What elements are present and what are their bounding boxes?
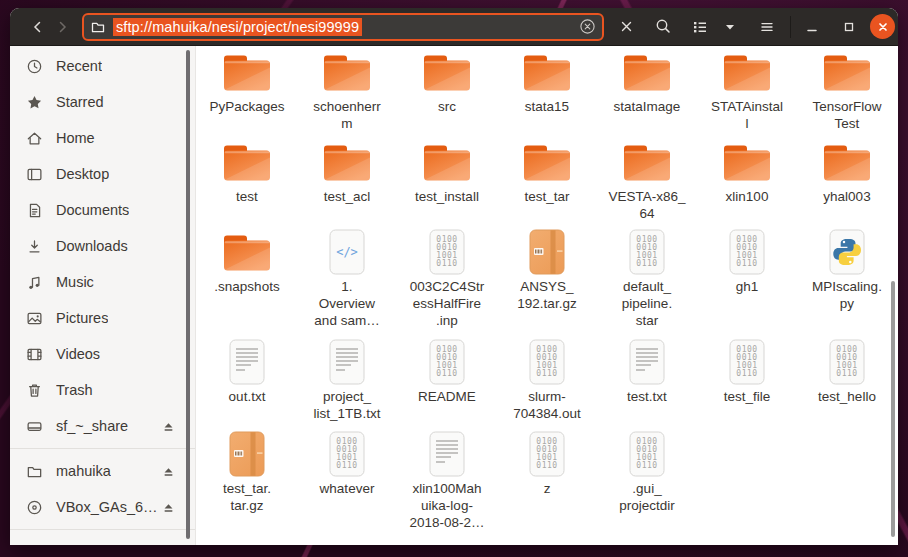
eject-button[interactable] [159,417,177,435]
file-item[interactable]: project_ list_1TB.txt [297,339,397,431]
file-item[interactable]: PyPackages [197,49,297,139]
file-name: VESTA-x86_ 64 [608,188,685,222]
sidebar-item-recent[interactable]: Recent [10,48,195,84]
file-item[interactable]: test.txt [597,339,697,431]
cancel-location-button[interactable] [611,13,641,41]
file-name: test_tar [524,188,569,205]
file-item[interactable]: stata15 [497,49,597,139]
home-icon [26,130,43,147]
file-item[interactable]: test_acl [297,139,397,229]
file-item[interactable]: </>1. Overview and sam… [297,229,397,339]
sidebar-scrollbar[interactable] [186,50,190,539]
folder-icon [619,139,675,185]
file-grid-row: test_tar. tar.gz 0100 0010 1001 0110what… [196,431,898,541]
file-item[interactable]: test_install [397,139,497,229]
menu-button[interactable] [752,13,782,41]
search-button[interactable] [648,13,678,41]
view-options-button[interactable] [715,13,745,41]
folder-icon [219,139,275,185]
file-item[interactable]: xlin100Mah uika-log- 2018-08-2… [397,431,497,541]
file-item[interactable]: 0100 0010 1001 0110z [497,431,597,541]
file-item[interactable]: 0100 0010 1001 0110.gui_ projectdir [597,431,697,541]
forward-button[interactable] [50,13,74,41]
music-icon [26,274,43,291]
sidebar-item-desktop[interactable]: Desktop [10,156,195,192]
file-name: default_ pipeline. star [622,278,672,329]
file-item[interactable]: .snapshots [197,229,297,339]
binary-file-icon: 0100 0010 1001 0110 [429,229,465,275]
sidebar-item-videos[interactable]: Videos [10,336,195,372]
clear-location-button[interactable] [579,18,596,35]
file-item[interactable]: 0100 0010 1001 0110test_file [697,339,797,431]
sidebar-item-home[interactable]: Home [10,120,195,156]
file-item[interactable]: 0100 0010 1001 0110003C2C4Str essHalfFir… [397,229,497,339]
file-item[interactable]: 0100 0010 1001 0110gh1 [697,229,797,339]
file-item[interactable]: TensorFlow Test [797,49,897,139]
file-item[interactable]: out.txt [197,339,297,431]
file-item[interactable]: stataImage [597,49,697,139]
sidebar-item-documents[interactable]: Documents [10,192,195,228]
binary-file-icon: 0100 0010 1001 0110 [329,431,365,477]
binary-file-icon: 0100 0010 1001 0110 [629,431,665,477]
folder-icon [219,229,275,275]
sidebar-item-sf-share[interactable]: sf_~_share [10,408,195,444]
disc-icon [26,499,43,516]
text-file-icon [429,431,465,477]
file-name: slurm- 704384.out [513,388,581,422]
download-icon [26,238,43,255]
file-item[interactable]: 0100 0010 1001 0110whatever [297,431,397,541]
sidebar-item-starred[interactable]: Starred [10,84,195,120]
clock-icon [26,58,43,75]
sidebar-item-trash[interactable]: Trash [10,372,195,408]
file-item[interactable]: schoenherr m [297,49,397,139]
file-item[interactable]: src [397,49,497,139]
binary-file-icon: 0100 0010 1001 0110 [729,339,765,385]
location-text: sftp://mahuika/nesi/project/nesi99999 [113,18,362,36]
sidebar-item-pictures[interactable]: Pictures [10,300,195,336]
file-item[interactable]: test_tar [497,139,597,229]
chevron-left-icon [30,19,46,35]
file-item[interactable]: VESTA-x86_ 64 [597,139,697,229]
file-item[interactable]: ANSYS_ 192.tar.gz [497,229,597,339]
file-item[interactable]: yhal003 [797,139,897,229]
chevron-right-icon [54,19,70,35]
maximize-button[interactable] [834,13,864,41]
file-item[interactable]: 0100 0010 1001 0110default_ pipeline. st… [597,229,697,339]
main-scrollbar[interactable] [891,281,895,537]
file-name: xlin100 [726,188,769,205]
eject-button[interactable] [159,498,177,516]
file-item[interactable]: STATAinstal l [697,49,797,139]
file-item[interactable]: 0100 0010 1001 0110test_hello [797,339,897,431]
plus-icon [26,544,43,546]
file-item[interactable]: 0100 0010 1001 0110slurm- 704384.out [497,339,597,431]
close-button[interactable] [870,14,895,39]
sidebar-item-label: Starred [56,94,104,110]
file-item[interactable]: test [197,139,297,229]
sidebar-item-music[interactable]: Music [10,264,195,300]
file-item[interactable]: test_tar. tar.gz [197,431,297,541]
drive-icon [26,418,43,435]
sidebar-item-label: Videos [56,346,100,362]
view-toggle-button[interactable] [685,13,715,41]
file-item[interactable]: MPIscaling. py [797,229,897,339]
folder-icon [819,49,875,95]
file-grid-row: PyPackages schoenherr m src stata15 stat… [196,49,898,139]
file-item[interactable]: 0100 0010 1001 0110README [397,339,497,431]
back-button[interactable] [26,13,50,41]
sidebar-item-other-locations[interactable]: Other Locations [10,534,195,545]
file-name: test_install [415,188,479,205]
sidebar-item-vbox-gas-6[interactable]: VBox_GAs_6… [10,489,195,525]
eject-button[interactable] [159,462,177,480]
sidebar-item-label: Other Locations [56,544,158,545]
location-entry[interactable]: sftp://mahuika/nesi/project/nesi99999 [82,13,604,41]
sidebar-item-mahuika[interactable]: mahuika [10,453,195,489]
file-grid-row: out.txt project_ list_1TB.txt 0100 0010 … [196,339,898,431]
minimize-button[interactable] [797,13,827,41]
svg-text:0110: 0110 [336,461,357,470]
folder-icon [319,49,375,95]
folder-icon [719,139,775,185]
sidebar-item-downloads[interactable]: Downloads [10,228,195,264]
file-item[interactable]: xlin100 [697,139,797,229]
folder-icon [819,139,875,185]
sidebar-item-label: Home [56,130,95,146]
